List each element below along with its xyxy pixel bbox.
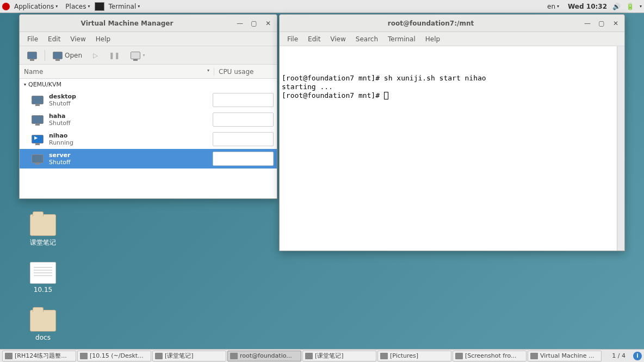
vm-row-desktop[interactable]: desktopShutoff: [20, 90, 277, 110]
taskbar-task[interactable]: [课堂笔记]: [152, 351, 226, 361]
vm-state: Shutoff: [49, 159, 71, 166]
folder-icon: [30, 310, 56, 332]
name-column-header[interactable]: Name▾: [20, 68, 214, 76]
terminal-app-icon: [95, 2, 104, 11]
menu-view[interactable]: View: [326, 34, 350, 45]
info-icon[interactable]: i: [633, 352, 642, 360]
task-label: [Pictures]: [390, 352, 418, 359]
taskbar-task[interactable]: [Screenshot fro...: [453, 351, 527, 361]
vmm-titlebar[interactable]: Virtual Machine Manager — ▢ ✕: [20, 15, 277, 32]
battery-icon[interactable]: 🔋: [626, 3, 634, 10]
menu-help[interactable]: Help: [421, 34, 444, 45]
desktop-icon-课堂笔记[interactable]: 课堂笔记: [18, 214, 67, 247]
cpu-column-header[interactable]: CPU usage: [214, 68, 277, 76]
menu-file[interactable]: File: [283, 34, 302, 45]
desktop-icon-10.15[interactable]: 10.15: [18, 262, 67, 294]
expand-icon: ▾: [24, 82, 26, 87]
places-menu[interactable]: Places ▾: [62, 2, 93, 11]
menu-help[interactable]: Help: [91, 34, 115, 45]
pause-button[interactable]: ❚❚: [106, 49, 123, 61]
task-label: Virtual Machine ...: [540, 352, 594, 359]
menu-edit[interactable]: Edit: [44, 34, 65, 45]
task-label: [Screenshot fro...: [465, 352, 517, 359]
cpu-sparkline: [213, 113, 274, 127]
task-icon: [455, 353, 463, 359]
vm-row-server[interactable]: serverShutoff: [20, 149, 277, 168]
vm-state: Shutoff: [49, 120, 71, 127]
task-label: [课堂笔记]: [165, 352, 194, 360]
menu-edit[interactable]: Edit: [304, 34, 325, 45]
cursor: [384, 92, 388, 99]
vm-name: desktop: [49, 93, 76, 100]
menu-view[interactable]: View: [66, 34, 90, 45]
task-icon: [230, 353, 238, 359]
taskbar-task[interactable]: root@foundatio...: [227, 351, 301, 361]
terminal-line: starting ...: [282, 83, 622, 91]
terminal-window: root@foundation7:/mnt — ▢ ✕ FileEditView…: [279, 14, 625, 251]
vm-state: Running: [49, 139, 73, 146]
file-icon: [30, 262, 56, 284]
new-vm-button[interactable]: [24, 49, 40, 61]
terminal-titlebar[interactable]: root@foundation7:/mnt — ▢ ✕: [280, 15, 624, 32]
run-button[interactable]: ▷: [90, 49, 101, 61]
taskbar-task[interactable]: [Pictures]: [377, 351, 451, 361]
monitor-icon: [27, 52, 37, 59]
task-label: [RH124练习题整...: [15, 352, 67, 360]
connection-row[interactable]: ▾QEMU/KVM: [20, 79, 277, 90]
minimize-button[interactable]: —: [583, 19, 592, 28]
cpu-sparkline: [213, 93, 274, 107]
terminal-line: [root@foundation7 mnt]# sh xuniji.sh sta…: [282, 74, 622, 83]
terminal-menu[interactable]: Terminal ▾: [106, 2, 144, 11]
distro-icon: [2, 3, 10, 10]
vm-row-nihao[interactable]: nihaoRunning: [20, 129, 277, 149]
desktop[interactable]: 课堂笔记10.15docs Virtual Machine Manager — …: [0, 13, 644, 349]
task-icon: [80, 353, 88, 359]
taskbar-task[interactable]: [课堂笔记]: [302, 351, 376, 361]
clock[interactable]: Wed 10:32: [568, 3, 607, 10]
vm-state-icon: [32, 115, 44, 124]
vm-row-haha[interactable]: hahaShutoff: [20, 110, 277, 129]
vm-state: Shutoff: [49, 100, 76, 107]
vmm-title: Virtual Machine Manager: [24, 20, 230, 27]
input-lang[interactable]: en ▾: [544, 2, 562, 11]
desktop-icon-docs[interactable]: docs: [18, 310, 67, 341]
vm-name: server: [49, 152, 71, 159]
top-panel: Applications ▾ Places ▾ Terminal ▾ en ▾ …: [0, 0, 644, 13]
bottom-panel: [RH124练习题整...[10.15 (~/Deskt...[课堂笔记]roo…: [0, 349, 644, 362]
task-label: [课堂笔记]: [315, 352, 344, 360]
vmm-toolbar: Open ▷ ❚❚ ▾: [20, 46, 277, 65]
minimize-button[interactable]: —: [236, 19, 244, 28]
shutdown-button[interactable]: ▾: [127, 49, 148, 61]
sort-icon: ▾: [207, 68, 209, 76]
taskbar-task[interactable]: [10.15 (~/Deskt...: [77, 351, 151, 361]
task-icon: [5, 353, 13, 359]
close-button[interactable]: ✕: [611, 19, 620, 28]
taskbar-task[interactable]: [RH124练习题整...: [2, 351, 76, 361]
menu-terminal[interactable]: Terminal: [383, 34, 420, 45]
menu-file[interactable]: File: [23, 34, 42, 45]
vmm-menubar: FileEditViewHelp: [20, 32, 277, 46]
volume-icon[interactable]: 🔊: [612, 3, 621, 10]
open-button[interactable]: Open: [49, 49, 85, 61]
cpu-sparkline: [213, 132, 274, 146]
maximize-button[interactable]: ▢: [250, 19, 258, 28]
close-button[interactable]: ✕: [264, 19, 273, 28]
vmm-window: Virtual Machine Manager — ▢ ✕ FileEditVi…: [19, 14, 277, 199]
menu-search[interactable]: Search: [351, 34, 382, 45]
system-menu[interactable]: ▾: [640, 4, 642, 9]
applications-menu[interactable]: Applications ▾: [11, 2, 61, 11]
terminal-body[interactable]: [root@foundation7 mnt]# sh xuniji.sh sta…: [280, 46, 624, 251]
terminal-menubar: FileEditViewSearchTerminalHelp: [280, 32, 624, 46]
maximize-button[interactable]: ▢: [597, 19, 606, 28]
vm-state-icon: [32, 135, 44, 143]
terminal-title: root@foundation7:/mnt: [284, 20, 578, 27]
taskbar-task[interactable]: Virtual Machine ...: [528, 351, 602, 361]
monitor-icon: [131, 52, 140, 59]
task-label: root@foundatio...: [240, 352, 292, 359]
cpu-sparkline: [213, 152, 274, 166]
workspace-indicator[interactable]: 1 / 4: [608, 352, 630, 359]
scrollbar[interactable]: [617, 46, 624, 251]
vmm-vm-list[interactable]: ▾QEMU/KVM desktopShutoffhahaShutoffnihao…: [20, 79, 277, 198]
task-icon: [380, 353, 388, 359]
task-label: [10.15 (~/Deskt...: [90, 352, 144, 359]
